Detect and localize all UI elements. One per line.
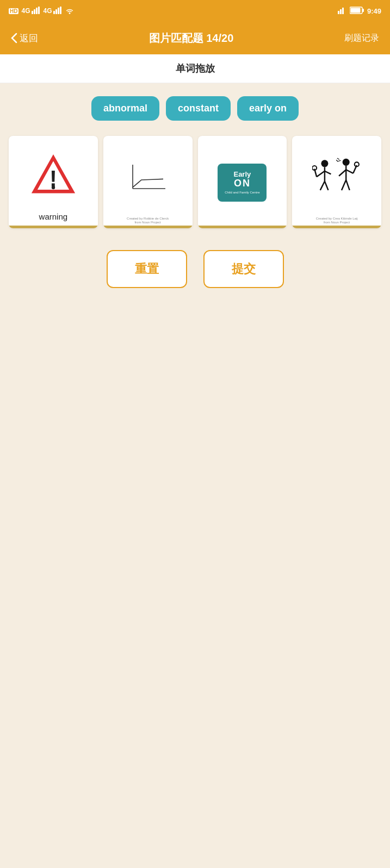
main-content: abnormal constant early on ! warning xyxy=(0,83,390,301)
svg-line-33 xyxy=(342,180,346,190)
svg-rect-1 xyxy=(34,9,35,14)
page-title: 图片匹配题 14/20 xyxy=(149,31,234,46)
signal-4g-1: 4G xyxy=(21,7,30,15)
card-stickfigure-bottom xyxy=(292,226,381,228)
status-bar: HD 4G 4G xyxy=(0,0,390,22)
card-stickfigure-caption: Created by Crea Kibinde Laijfrom Noun Pr… xyxy=(315,217,359,226)
svg-line-37 xyxy=(336,160,338,162)
back-button[interactable]: 返回 xyxy=(11,32,38,45)
svg-rect-9 xyxy=(340,9,342,14)
hd-badge: HD xyxy=(9,8,18,14)
svg-rect-7 xyxy=(60,7,61,14)
signal-icon xyxy=(338,7,346,16)
word-chips-container: abnormal constant early on xyxy=(9,96,381,121)
card-early-on-image: EarlyON Child and Family Centre xyxy=(198,136,287,226)
card-early-on-bottom xyxy=(198,226,287,228)
svg-rect-6 xyxy=(58,8,59,14)
cards-grid: ! warning Created by Robbie d xyxy=(9,136,381,228)
wifi-icon xyxy=(65,7,75,16)
svg-rect-13 xyxy=(362,9,364,12)
svg-line-23 xyxy=(317,171,325,177)
status-right: 9:49 xyxy=(338,7,381,16)
card-warning-label: warning xyxy=(37,210,70,226)
back-label: 返回 xyxy=(20,32,38,45)
svg-rect-8 xyxy=(338,11,339,14)
card-graph[interactable]: Created by Robbie de Clerckfrom Noun Pro… xyxy=(103,136,193,228)
svg-rect-10 xyxy=(342,8,344,14)
submit-button[interactable]: 提交 xyxy=(203,250,284,288)
chip-early-on[interactable]: early on xyxy=(237,96,299,121)
svg-rect-0 xyxy=(32,11,33,14)
card-stickfigure[interactable]: Created by Crea Kibinde Laijfrom Noun Pr… xyxy=(292,136,381,228)
chip-abnormal[interactable]: abnormal xyxy=(91,96,159,121)
svg-line-25 xyxy=(320,182,325,190)
svg-line-34 xyxy=(346,180,350,190)
signal-bars xyxy=(32,7,41,16)
card-warning[interactable]: ! warning xyxy=(9,136,98,228)
reset-button[interactable]: 重置 xyxy=(107,250,187,288)
card-stickfigure-image xyxy=(292,136,381,217)
svg-line-32 xyxy=(346,170,353,174)
svg-line-38 xyxy=(337,158,339,159)
card-early-on[interactable]: EarlyON Child and Family Centre xyxy=(198,136,287,228)
card-graph-caption: Created by Robbie de Clerckfrom Noun Pro… xyxy=(126,217,170,226)
action-buttons: 重置 提交 xyxy=(9,250,381,288)
svg-rect-3 xyxy=(38,7,40,14)
svg-line-31 xyxy=(339,170,346,176)
app-header: 返回 图片匹配题 14/20 刷题记录 xyxy=(0,22,390,54)
battery-icon xyxy=(350,7,364,16)
svg-rect-4 xyxy=(53,11,55,14)
svg-point-29 xyxy=(343,159,350,166)
card-graph-bottom xyxy=(103,226,193,228)
svg-line-39 xyxy=(338,160,341,161)
status-left: HD 4G 4G xyxy=(9,7,75,16)
signal-4g-2: 4G xyxy=(43,7,52,15)
card-warning-image: ! xyxy=(9,136,98,210)
early-on-logo: EarlyON Child and Family Centre xyxy=(218,164,267,202)
svg-rect-12 xyxy=(350,8,360,13)
record-button[interactable]: 刷题记录 xyxy=(344,33,379,44)
svg-line-24 xyxy=(325,171,331,174)
svg-line-26 xyxy=(325,182,329,190)
signal-bars-2 xyxy=(53,7,63,16)
card-graph-image xyxy=(103,136,193,217)
svg-point-17 xyxy=(52,186,55,189)
svg-point-21 xyxy=(321,160,328,167)
svg-rect-2 xyxy=(36,8,38,14)
chip-constant[interactable]: constant xyxy=(166,96,231,121)
time-display: 9:49 xyxy=(367,7,381,15)
card-warning-bottom xyxy=(9,226,98,228)
svg-rect-5 xyxy=(55,9,57,14)
section-title: 单词拖放 xyxy=(0,54,390,83)
